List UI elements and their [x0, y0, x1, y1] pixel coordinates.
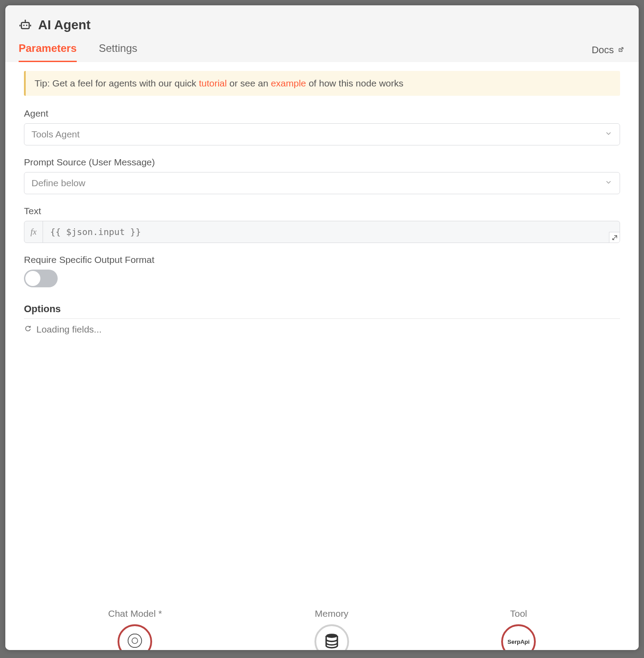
tool-node-text: SerpApi	[507, 638, 530, 645]
toggle-knob	[25, 271, 40, 286]
modal-header: AI Agent Parameters Settings Docs	[5, 5, 639, 62]
svg-point-6	[25, 20, 26, 21]
robot-icon	[19, 19, 32, 32]
tabs: Parameters Settings	[19, 42, 137, 62]
svg-rect-0	[21, 22, 29, 28]
require-format-toggle[interactable]	[24, 270, 58, 287]
svg-point-8	[326, 634, 337, 638]
tip-box: Tip: Get a feel for agents with our quic…	[24, 71, 620, 96]
connector-memory-label: Memory	[315, 608, 349, 619]
connector-chat-model: Chat Model *	[108, 608, 162, 650]
tip-prefix: Tip: Get a feel for agents with our quic…	[35, 78, 199, 88]
agent-select[interactable]: Tools Agent	[24, 123, 620, 145]
loading-row: Loading fields...	[24, 324, 620, 335]
chevron-down-icon	[605, 129, 613, 140]
tab-settings[interactable]: Settings	[99, 42, 137, 62]
svg-point-1	[23, 24, 24, 26]
docs-label: Docs	[592, 44, 614, 56]
connector-memory: Memory	[314, 608, 349, 650]
tabs-row: Parameters Settings Docs	[19, 42, 625, 62]
external-link-icon	[617, 44, 625, 56]
expression-value: {{ $json.input }}	[43, 221, 620, 243]
title-row: AI Agent	[19, 18, 625, 32]
modal-body: Tip: Get a feel for agents with our quic…	[5, 62, 639, 650]
chat-model-node[interactable]	[118, 624, 152, 650]
example-link[interactable]: example	[271, 78, 306, 88]
prompt-source-select[interactable]: Define below	[24, 172, 620, 194]
expression-prefix: fx	[24, 221, 43, 243]
prompt-source-label: Prompt Source (User Message)	[24, 157, 620, 168]
tip-suffix: of how this node works	[306, 78, 403, 88]
text-expression-input[interactable]: fx {{ $json.input }}	[24, 221, 620, 243]
tip-middle: or see an	[227, 78, 271, 88]
svg-point-2	[26, 24, 27, 26]
prompt-source-value: Define below	[31, 178, 85, 188]
page-title: AI Agent	[38, 18, 90, 32]
connector-chat-model-label: Chat Model *	[108, 608, 162, 619]
svg-point-7	[132, 638, 138, 644]
chevron-down-icon	[605, 178, 613, 188]
text-label: Text	[24, 206, 620, 216]
options-heading: Options	[24, 303, 620, 319]
tab-parameters[interactable]: Parameters	[19, 42, 77, 62]
loading-text: Loading fields...	[36, 324, 102, 335]
memory-node[interactable]	[314, 624, 349, 650]
connectors-row: Chat Model * Memory Tool SerpAp	[5, 608, 639, 650]
tool-node[interactable]: SerpApi	[501, 624, 536, 650]
connector-tool: Tool SerpApi	[501, 608, 536, 650]
tutorial-link[interactable]: tutorial	[199, 78, 227, 88]
require-format-label: Require Specific Output Format	[24, 255, 620, 265]
openai-icon	[126, 632, 143, 650]
docs-link[interactable]: Docs	[592, 44, 625, 62]
expand-icon[interactable]	[609, 232, 620, 243]
connector-tool-label: Tool	[510, 608, 527, 619]
node-config-modal: AI Agent Parameters Settings Docs Tip: G…	[5, 5, 639, 650]
database-icon	[323, 632, 340, 650]
agent-select-value: Tools Agent	[31, 129, 80, 140]
agent-label: Agent	[24, 108, 620, 119]
refresh-icon	[24, 324, 32, 335]
